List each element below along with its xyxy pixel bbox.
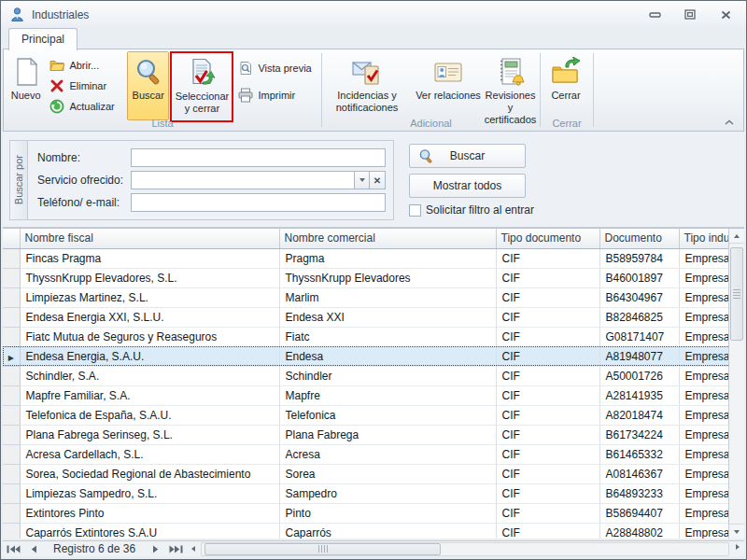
cell-nombre-comercial[interactable]: ThyssnKrupp Elevadores xyxy=(279,268,496,287)
cell-tipo-industrial[interactable]: Empresa xyxy=(679,503,730,523)
cell-tipo-industrial[interactable]: Empresa xyxy=(679,248,730,268)
cell-nombre-comercial[interactable]: Endesa XXI xyxy=(279,307,496,327)
cell-tipo-industrial[interactable]: Empresa xyxy=(679,268,730,287)
cell-nombre-comercial[interactable]: Fiatc xyxy=(279,327,496,346)
cell-documento[interactable]: A82018474 xyxy=(599,405,679,425)
cell-nombre-fiscal[interactable]: Caparrós Extintores S.A.U xyxy=(20,523,279,539)
cell-tipo-documento[interactable]: CIF xyxy=(496,405,599,425)
table-row[interactable]: Caparrós Extintores S.A.UCaparrósCIFA288… xyxy=(3,523,730,539)
cell-nombre-fiscal[interactable]: Fiatc Mutua de Seguros y Reaseguros xyxy=(20,327,279,346)
buscar-button[interactable]: Buscar xyxy=(409,144,526,168)
cell-tipo-industrial[interactable]: Empresa xyxy=(679,307,730,327)
cell-tipo-documento[interactable]: CIF xyxy=(496,248,599,268)
table-row[interactable]: Schindler, S.A.SchindlerCIFA50001726Empr… xyxy=(3,366,730,385)
header-tipo-documento[interactable]: Tipo documento xyxy=(496,229,599,248)
cell-documento[interactable]: A81948077 xyxy=(599,346,679,366)
table-row[interactable]: Plana Fabrega Serinseg, S.L.Plana Fabreg… xyxy=(3,425,730,444)
vertical-scroll-thumb[interactable] xyxy=(730,247,743,341)
cell-nombre-comercial[interactable]: Schindler xyxy=(279,366,496,385)
cell-tipo-documento[interactable]: CIF xyxy=(496,503,599,523)
nombre-input[interactable] xyxy=(131,148,386,167)
ver-relaciones-button[interactable]: Ver relaciones xyxy=(410,52,486,119)
cell-nombre-comercial[interactable]: Sampedro xyxy=(279,483,496,503)
table-row[interactable]: Telefonica de España, S.A.U.TelefonicaCI… xyxy=(3,405,730,425)
restore-button[interactable] xyxy=(683,8,698,21)
table-row[interactable]: Mapfre Familiar, S.A.MapfreCIFA28141935E… xyxy=(3,385,730,405)
cell-nombre-fiscal[interactable]: Fincas Pragma xyxy=(20,248,279,268)
telefono-email-input[interactable] xyxy=(131,193,386,212)
servicio-ofrecido-input[interactable] xyxy=(131,171,354,189)
cell-documento[interactable]: B61734224 xyxy=(599,425,679,444)
cell-tipo-industrial[interactable]: Empresa xyxy=(679,425,730,444)
cell-tipo-documento[interactable]: CIF xyxy=(496,268,599,287)
scroll-down-button[interactable] xyxy=(729,524,744,539)
cell-nombre-comercial[interactable]: Plana Fabrega xyxy=(279,425,496,444)
table-row[interactable]: Sorea, Sociedad Regional de Abastecimien… xyxy=(3,464,730,483)
cell-nombre-comercial[interactable]: Pragma xyxy=(279,248,496,268)
imprimir-button[interactable]: Imprimir xyxy=(234,86,319,105)
header-nombre-comercial[interactable]: Nombre comercial xyxy=(279,229,496,248)
cell-nombre-fiscal[interactable]: Limpiezas Sampedro, S.L. xyxy=(20,483,279,503)
cell-tipo-industrial[interactable]: Empresa xyxy=(679,385,730,405)
table-row[interactable]: Extintores PintoPintoCIFB58694407Empresa xyxy=(3,503,730,523)
cell-tipo-industrial[interactable]: Empresa xyxy=(679,405,730,425)
cell-tipo-documento[interactable]: CIF xyxy=(496,425,599,444)
cell-documento[interactable]: B58959784 xyxy=(599,248,679,268)
vertical-scrollbar[interactable] xyxy=(728,229,744,539)
cell-tipo-industrial[interactable]: Empresa xyxy=(679,346,730,366)
cell-documento[interactable]: A08146367 xyxy=(599,464,679,483)
previous-record-button[interactable] xyxy=(23,542,44,556)
cell-nombre-fiscal[interactable]: ThyssnKrupp Elevadores, S.L. xyxy=(20,268,279,287)
cell-tipo-documento[interactable]: CIF xyxy=(496,327,599,346)
buscar-ribbon-button[interactable]: Buscar xyxy=(127,51,169,120)
cell-documento[interactable]: A28848802 xyxy=(599,523,679,539)
cell-nombre-comercial[interactable]: Caparrós xyxy=(279,523,496,539)
minimize-button[interactable] xyxy=(647,8,662,21)
cell-tipo-industrial[interactable]: Empresa xyxy=(679,287,730,307)
cell-nombre-fiscal[interactable]: Endesa Energia XXI, S.L.U. xyxy=(20,307,279,327)
table-row[interactable]: Limpiezas Martinez, S.L.MarlimCIFB643049… xyxy=(3,287,730,307)
cell-tipo-industrial[interactable]: Empresa xyxy=(679,327,730,346)
horizontal-scroll-thumb[interactable] xyxy=(204,543,441,555)
cell-nombre-fiscal[interactable]: Endesa Energia, S.A.U. xyxy=(20,346,279,366)
chevron-up-icon[interactable] xyxy=(723,118,736,128)
cell-nombre-fiscal[interactable]: Plana Fabrega Serinseg, S.L. xyxy=(20,425,279,444)
eliminar-button[interactable]: Eliminar xyxy=(46,77,127,95)
cell-nombre-comercial[interactable]: Mapfre xyxy=(279,385,496,405)
cell-tipo-documento[interactable]: CIF xyxy=(496,307,599,327)
vista-previa-button[interactable]: Vista previa xyxy=(234,59,319,77)
cell-documento[interactable]: B64304967 xyxy=(599,287,679,307)
cell-documento[interactable]: B82846825 xyxy=(599,307,679,327)
cell-nombre-comercial[interactable]: Pinto xyxy=(279,503,496,523)
table-row[interactable]: Fincas PragmaPragmaCIFB58959784Empresa xyxy=(3,248,730,268)
cell-nombre-fiscal[interactable]: Acresa Cardellach, S.L. xyxy=(20,444,279,464)
header-nombre-fiscal[interactable]: Nombre fiscal xyxy=(20,229,279,248)
table-row[interactable]: Limpiezas Sampedro, S.L.SampedroCIFB6489… xyxy=(3,483,730,503)
cell-nombre-comercial[interactable]: Sorea xyxy=(279,464,496,483)
scroll-up-button[interactable] xyxy=(729,229,744,244)
table-row[interactable]: Fiatc Mutua de Seguros y ReasegurosFiatc… xyxy=(3,327,730,346)
cell-documento[interactable]: B61465332 xyxy=(599,444,679,464)
cell-documento[interactable]: B46001897 xyxy=(599,268,679,287)
next-record-button[interactable] xyxy=(145,542,165,556)
nuevo-button[interactable]: Nuevo xyxy=(6,52,46,119)
incidencias-button[interactable]: Incidencias y notificaciones xyxy=(324,52,410,119)
cell-nombre-fiscal[interactable]: Telefonica de España, S.A.U. xyxy=(20,405,279,425)
abrir-button[interactable]: Abrir... xyxy=(46,56,127,75)
cell-tipo-industrial[interactable]: Empresa xyxy=(679,464,730,483)
cell-tipo-documento[interactable]: CIF xyxy=(496,287,599,307)
close-button[interactable] xyxy=(718,8,733,21)
table-row[interactable]: Acresa Cardellach, S.L.AcresaCIFB6146533… xyxy=(3,444,730,464)
table-row[interactable]: ▶Endesa Energia, S.A.U.EndesaCIFA8194807… xyxy=(3,346,730,366)
actualizar-button[interactable]: Actualizar xyxy=(46,97,127,116)
cell-nombre-comercial[interactable]: Acresa xyxy=(279,444,496,464)
cell-nombre-fiscal[interactable]: Mapfre Familiar, S.A. xyxy=(20,385,279,405)
cell-tipo-documento[interactable]: CIF xyxy=(496,385,599,405)
cell-tipo-industrial[interactable]: Empresa xyxy=(679,483,730,503)
table-row[interactable]: Endesa Energia XXI, S.L.U.Endesa XXICIFB… xyxy=(3,307,730,327)
cell-documento[interactable]: B64893233 xyxy=(599,483,679,503)
cell-tipo-industrial[interactable]: Empresa xyxy=(679,366,730,385)
cell-documento[interactable]: A50001726 xyxy=(599,366,679,385)
cell-nombre-comercial[interactable]: Telefonica xyxy=(279,405,496,425)
seleccionar-y-cerrar-button[interactable]: Seleccionar y cerrar xyxy=(172,53,232,120)
